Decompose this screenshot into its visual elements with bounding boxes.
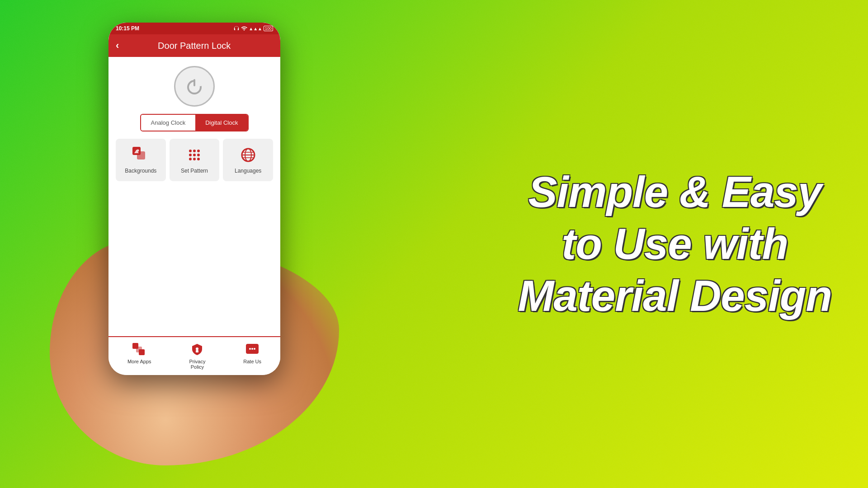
phone-device: 10:15 PM ▲▲▲ 100 ‹ Door Pattern Lock <box>108 23 280 375</box>
privacy-policy-label: PrivacyPolicy <box>189 359 205 370</box>
svg-point-7 <box>193 150 196 152</box>
app-bar: ‹ Door Pattern Lock <box>108 34 280 57</box>
svg-point-12 <box>189 158 192 160</box>
backgrounds-button[interactable]: Backgrounds <box>116 139 166 181</box>
tagline-container: Simple & Easy to Use with Material Desig… <box>518 166 832 322</box>
svg-point-26 <box>249 348 251 350</box>
set-pattern-icon <box>185 146 203 164</box>
phone-wrapper: 10:15 PM ▲▲▲ 100 ‹ Door Pattern Lock <box>77 9 312 452</box>
svg-point-27 <box>251 348 253 350</box>
main-content: Analog Clock Digital Clock <box>108 57 280 336</box>
phone-screen: 10:15 PM ▲▲▲ 100 ‹ Door Pattern Lock <box>108 23 280 375</box>
status-icons: ▲▲▲ 100 <box>233 25 273 32</box>
languages-label: Languages <box>235 168 261 174</box>
svg-rect-24 <box>196 350 198 352</box>
signal-icon: ▲▲▲ <box>249 26 262 31</box>
battery-icon: 100 <box>264 26 273 31</box>
tagline-line3: Material Design <box>518 270 832 322</box>
svg-point-13 <box>193 158 196 160</box>
rate-us-nav-item[interactable]: Rate Us <box>240 341 265 371</box>
more-apps-nav-item[interactable]: More Apps <box>124 341 155 371</box>
svg-point-23 <box>196 347 198 350</box>
backgrounds-icon <box>132 146 150 164</box>
clock-toggle: Analog Clock Digital Clock <box>140 114 249 131</box>
svg-point-5 <box>137 150 139 152</box>
set-pattern-button[interactable]: Set Pattern <box>170 139 220 181</box>
backgrounds-label: Backgrounds <box>125 168 156 174</box>
svg-point-9 <box>189 154 192 156</box>
bottom-nav: More Apps PrivacyPolicy <box>108 336 280 375</box>
digital-clock-button[interactable]: Digital Clock <box>195 115 248 131</box>
svg-rect-22 <box>139 349 145 355</box>
status-time: 10:15 PM <box>116 25 139 32</box>
svg-point-28 <box>254 348 255 350</box>
tagline-line1: Simple & Easy <box>518 166 832 218</box>
svg-point-6 <box>189 150 192 152</box>
set-pattern-label: Set Pattern <box>181 168 208 174</box>
privacy-policy-nav-item[interactable]: PrivacyPolicy <box>185 341 209 371</box>
headphone-icon <box>233 25 240 32</box>
power-button[interactable] <box>174 66 215 107</box>
wifi-icon <box>241 25 247 32</box>
more-apps-label: More Apps <box>127 359 151 364</box>
privacy-policy-icon <box>190 343 204 357</box>
svg-point-10 <box>193 154 196 156</box>
languages-button[interactable]: Languages <box>223 139 273 181</box>
svg-rect-1 <box>193 79 195 86</box>
grid-buttons: Backgrounds <box>116 139 273 181</box>
tagline-line2: to Use with <box>518 218 832 270</box>
back-button[interactable]: ‹ <box>116 40 119 52</box>
svg-point-14 <box>197 158 200 160</box>
rate-us-label: Rate Us <box>243 359 261 364</box>
status-bar: 10:15 PM ▲▲▲ 100 <box>108 23 280 34</box>
rate-us-icon <box>245 343 259 357</box>
more-apps-icon <box>132 343 146 357</box>
analog-clock-button[interactable]: Analog Clock <box>141 115 196 131</box>
languages-icon <box>239 146 257 164</box>
power-icon <box>184 75 205 97</box>
app-title: Door Pattern Lock <box>124 41 273 51</box>
svg-point-11 <box>197 154 200 156</box>
svg-point-8 <box>197 150 200 152</box>
